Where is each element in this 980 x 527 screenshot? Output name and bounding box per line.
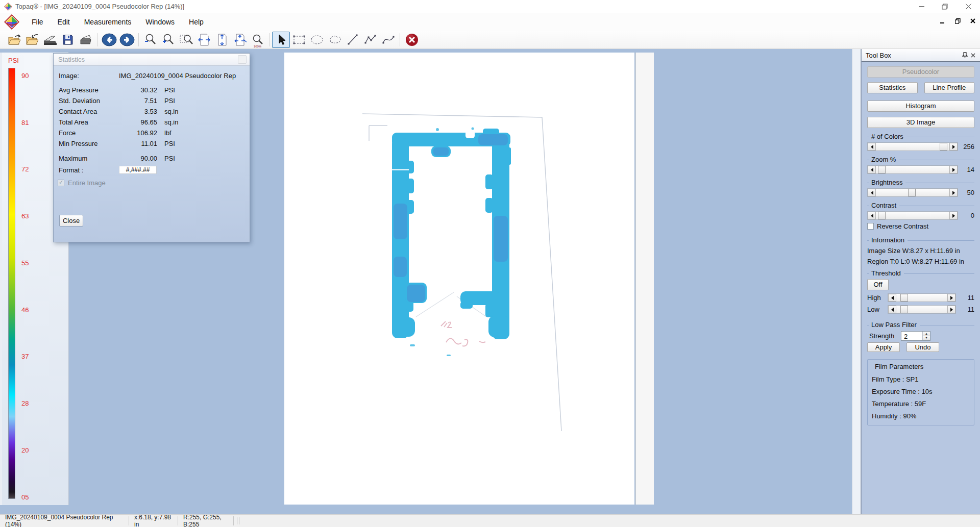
format-label: Format : — [59, 166, 119, 174]
format-input[interactable]: #,###.## — [119, 166, 157, 174]
print-button[interactable] — [77, 32, 94, 48]
close-button[interactable]: Close — [59, 215, 83, 227]
mdi-restore-button[interactable] — [953, 17, 962, 25]
slider-right-arrow[interactable] — [949, 189, 958, 196]
strength-spinner[interactable]: 2 ▲▼ — [901, 331, 930, 341]
slider-left-arrow[interactable] — [868, 143, 876, 150]
menu-measurements[interactable]: Measurements — [77, 15, 139, 29]
scale-tick: 72 — [21, 165, 37, 173]
statistics-dialog: Statistics Image: IMG_20240109_0004 Pseu… — [53, 53, 250, 242]
curve-tool-button[interactable] — [379, 32, 397, 48]
fit-width-button[interactable] — [195, 32, 213, 48]
zoom-out-button[interactable] — [141, 32, 159, 48]
slider-left-arrow[interactable] — [888, 306, 896, 313]
slider-left-arrow[interactable] — [888, 294, 896, 302]
forward-button[interactable] — [118, 32, 136, 48]
slider-right-arrow[interactable] — [949, 166, 958, 173]
toolbar: 100% — [0, 31, 980, 49]
statistics-dialog-titlebar[interactable]: Statistics — [54, 54, 250, 66]
menu-bar: File Edit Measurements Windows Help — [0, 13, 980, 31]
brightness-slider[interactable] — [867, 188, 958, 197]
zoom-window-button[interactable] — [177, 32, 195, 48]
select-rectangle-button[interactable] — [290, 32, 308, 48]
colors-group-label: # of Colors — [871, 133, 903, 140]
polyline-tool-button[interactable] — [361, 32, 379, 48]
pressure-image-page[interactable] — [284, 53, 634, 505]
select-freehand-button[interactable] — [326, 32, 344, 48]
spin-down-icon[interactable]: ▼ — [923, 336, 930, 341]
reverse-contrast-label: Reverse Contrast — [877, 222, 928, 230]
slider-right-arrow[interactable] — [949, 143, 958, 150]
fit-page-button[interactable] — [231, 32, 249, 48]
window-minimize-button[interactable] — [910, 0, 933, 13]
scan-button[interactable] — [41, 32, 59, 48]
maximum-label: Maximum — [59, 155, 111, 162]
statistics-button[interactable]: Statistics — [867, 82, 918, 93]
open-button[interactable] — [5, 32, 23, 48]
slider-left-arrow[interactable] — [868, 166, 876, 173]
status-grip — [237, 517, 239, 524]
maximum-unit: PSI — [157, 155, 188, 162]
ellipse-select-icon — [310, 34, 324, 46]
apply-button[interactable]: Apply — [867, 342, 900, 352]
delete-annotation-button[interactable] — [403, 32, 421, 48]
threshold-off-button[interactable]: Off — [867, 279, 889, 290]
zoom-100-button[interactable]: 100% — [249, 32, 266, 48]
menu-file[interactable]: File — [24, 15, 51, 29]
menu-edit[interactable]: Edit — [51, 15, 77, 29]
pin-icon[interactable] — [961, 51, 969, 59]
scale-tick: 37 — [21, 353, 37, 360]
toolbar-separator — [97, 33, 97, 46]
open-import-button[interactable] — [23, 32, 41, 48]
line-profile-button[interactable]: Line Profile — [924, 82, 975, 93]
curve-tool-icon — [382, 34, 395, 46]
line-tool-button[interactable] — [344, 32, 361, 48]
3d-image-button[interactable]: 3D Image — [867, 117, 974, 128]
toolbox-header: Tool Box — [862, 49, 980, 62]
toolbox-close-icon[interactable] — [969, 51, 977, 59]
status-image-name: IMG_20240109_0004 Pseudocolor Rep (14%) — [0, 515, 129, 527]
slider-right-arrow[interactable] — [949, 212, 958, 219]
select-ellipse-button[interactable] — [308, 32, 326, 48]
window-restore-button[interactable] — [933, 0, 957, 13]
back-button[interactable] — [100, 32, 118, 48]
threshold-low-slider[interactable] — [888, 305, 956, 314]
slider-left-arrow[interactable] — [868, 189, 876, 196]
zoom-slider[interactable] — [867, 165, 958, 174]
zoom-in-button[interactable] — [159, 32, 177, 48]
histogram-button[interactable]: Histogram — [867, 101, 974, 112]
page-edge-strip — [635, 53, 654, 505]
pointer-arrow-icon — [276, 34, 287, 46]
contrast-slider[interactable] — [867, 211, 958, 220]
slider-left-arrow[interactable] — [868, 212, 876, 219]
image-size-info: Image Size W:8.27 x H:11.69 in — [867, 247, 974, 255]
zoom-100-icon — [252, 34, 264, 45]
dialog-close-icon[interactable] — [238, 55, 247, 64]
fit-height-button[interactable] — [213, 32, 231, 48]
slider-right-arrow[interactable] — [947, 306, 955, 313]
undo-button[interactable]: Undo — [906, 342, 939, 352]
menu-windows[interactable]: Windows — [138, 15, 182, 29]
colors-slider[interactable] — [867, 142, 958, 151]
strength-value: 2 — [901, 332, 922, 340]
pointer-tool-button[interactable] — [272, 32, 290, 48]
exposure-time: Exposure Time : 10s — [872, 388, 970, 395]
status-cursor-position: x:6.18, y:7.98 in — [129, 515, 178, 527]
spin-up-icon[interactable]: ▲ — [923, 332, 930, 336]
threshold-high-label: High — [867, 294, 888, 302]
toolbox-panel: Tool Box Pseudocolor Statistics Line Pro… — [861, 49, 980, 514]
slider-right-arrow[interactable] — [947, 294, 955, 302]
fit-height-icon — [215, 33, 229, 46]
app-logo-icon — [4, 3, 12, 11]
vertical-splitter[interactable] — [852, 49, 861, 514]
menu-help[interactable]: Help — [182, 15, 211, 29]
save-button[interactable] — [59, 32, 77, 48]
reverse-contrast-checkbox[interactable] — [867, 223, 874, 230]
stat-unit: PSI — [157, 97, 188, 105]
scale-tick: 63 — [21, 212, 37, 220]
mdi-minimize-button[interactable] — [938, 17, 946, 25]
stat-label: Min Pressure — [59, 140, 111, 147]
mdi-close-button[interactable] — [969, 17, 977, 25]
window-close-button[interactable] — [957, 0, 980, 13]
threshold-high-slider[interactable] — [888, 293, 956, 302]
